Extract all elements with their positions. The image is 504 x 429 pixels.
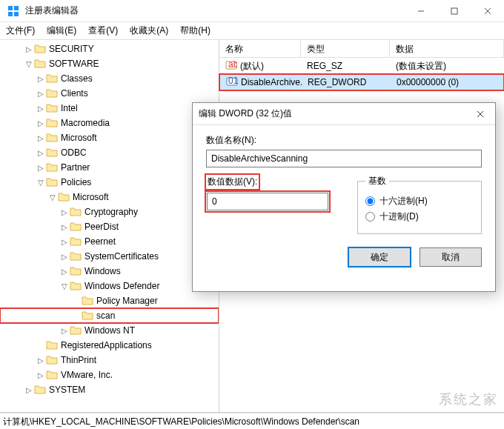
chevron-right-icon[interactable]: ▷ <box>59 266 70 276</box>
tree-item-label: Clients <box>61 88 88 99</box>
statusbar-path: 计算机\HKEY_LOCAL_MACHINE\SOFTWARE\Policies… <box>3 416 359 427</box>
close-button[interactable] <box>471 0 504 22</box>
tree-item-label: PeerDist <box>84 222 119 232</box>
folder-icon <box>46 370 58 380</box>
svg-rect-5 <box>451 8 457 14</box>
chevron-down-icon[interactable]: ▽ <box>36 177 46 187</box>
chevron-right-icon[interactable]: ▷ <box>36 88 46 99</box>
tree-item[interactable]: ▷ThinPrint <box>0 353 219 368</box>
menu-edit[interactable]: 编辑(E) <box>47 24 76 37</box>
chevron-right-icon[interactable]: ▷ <box>36 355 46 365</box>
radio-dec[interactable]: 十进制(D) <box>365 210 474 223</box>
radio-hex-input[interactable] <box>365 196 375 206</box>
tree-item-label: Peernet <box>84 236 116 247</box>
tree-item[interactable]: ▷Cryptography <box>0 204 219 219</box>
tree-item[interactable]: ▷Clients <box>0 86 219 101</box>
chevron-right-icon[interactable]: ▷ <box>24 44 34 54</box>
menubar: 文件(F) 编辑(E) 查看(V) 收藏夹(A) 帮助(H) <box>0 22 504 40</box>
tree-pane[interactable]: ▷SECURITY▽SOFTWARE▷Classes▷Clients▷Intel… <box>0 40 219 412</box>
tree-item[interactable]: ▷Partner <box>0 160 219 175</box>
tree-item[interactable]: ▷Windows <box>0 264 219 279</box>
radio-hex[interactable]: 十六进制(H) <box>365 195 474 207</box>
radio-dec-input[interactable] <box>365 212 375 222</box>
folder-icon <box>46 340 58 350</box>
twisty-empty <box>71 310 82 321</box>
dialog-titlebar: 编辑 DWORD (32 位)值 <box>193 103 495 125</box>
column-data[interactable]: 数据 <box>390 40 504 57</box>
tree-item[interactable]: ▷VMware, Inc. <box>0 368 219 382</box>
cell-name: (默认) <box>240 60 264 73</box>
tree-item[interactable]: ▷Microsoft <box>0 130 219 145</box>
tree-item[interactable]: ▷SystemCertificates <box>0 249 219 264</box>
tree-item[interactable]: ▽Windows Defender <box>0 279 219 293</box>
list-row[interactable]: ab(默认)REG_SZ(数值未设置) <box>219 58 504 74</box>
folder-icon <box>46 118 58 128</box>
tree-item-label: Windows NT <box>84 325 135 336</box>
menu-favorites[interactable]: 收藏夹(A) <box>130 24 168 37</box>
chevron-right-icon[interactable]: ▷ <box>24 385 34 395</box>
column-type[interactable]: 类型 <box>301 40 390 57</box>
tree-item[interactable]: ▽Policies <box>0 175 219 190</box>
tree-item[interactable]: ▷ODBC <box>0 145 219 160</box>
tree-item[interactable]: scan <box>0 308 219 323</box>
tree-item[interactable]: ▷PeerDist <box>0 219 219 234</box>
tree-item-label: Windows Defender <box>84 281 159 291</box>
tree-item[interactable]: ▷Intel <box>0 101 219 116</box>
tree-item-label: Policy Manager <box>96 296 158 306</box>
folder-icon <box>70 325 82 336</box>
value-data-input[interactable] <box>207 193 328 210</box>
chevron-right-icon[interactable]: ▷ <box>36 118 46 128</box>
chevron-right-icon[interactable]: ▷ <box>59 325 70 336</box>
chevron-right-icon[interactable]: ▷ <box>36 147 46 158</box>
folder-icon <box>46 162 58 173</box>
cell-data: 0x00000000 (0) <box>391 77 503 87</box>
tree-item-label: SECURITY <box>49 44 94 54</box>
tree-item-label: Policies <box>61 177 91 187</box>
chevron-right-icon[interactable]: ▷ <box>36 162 46 173</box>
ok-button[interactable]: 确定 <box>348 247 411 267</box>
chevron-right-icon[interactable]: ▷ <box>36 370 46 380</box>
base-legend: 基数 <box>365 175 389 187</box>
chevron-right-icon[interactable]: ▷ <box>59 207 70 217</box>
chevron-right-icon[interactable]: ▷ <box>36 103 46 113</box>
dialog-close-button[interactable] <box>471 105 489 123</box>
chevron-right-icon[interactable]: ▷ <box>36 73 46 84</box>
chevron-down-icon[interactable]: ▽ <box>47 192 58 202</box>
chevron-right-icon[interactable]: ▷ <box>59 251 70 262</box>
cancel-button[interactable]: 取消 <box>420 247 482 267</box>
folder-icon <box>70 236 82 247</box>
tree-item[interactable]: ▷Macromedia <box>0 116 219 130</box>
tree-item-label: SystemCertificates <box>84 251 159 262</box>
menu-view[interactable]: 查看(V) <box>88 24 118 37</box>
chevron-down-icon[interactable]: ▽ <box>59 281 70 291</box>
tree-item[interactable]: Policy Manager <box>0 293 219 308</box>
maximize-button[interactable] <box>437 0 471 22</box>
list-row[interactable]: 011DisableArchive...REG_DWORD0x00000000 … <box>219 74 504 90</box>
tree-item[interactable]: ▽Microsoft <box>0 190 219 204</box>
chevron-right-icon[interactable]: ▷ <box>59 222 70 232</box>
tree-item[interactable]: ▷SECURITY <box>0 41 219 56</box>
chevron-right-icon[interactable]: ▷ <box>59 236 70 247</box>
folder-icon <box>46 133 58 143</box>
edit-dword-dialog: 编辑 DWORD (32 位)值 数值名称(N): 数值数据(V): 基数 十六… <box>192 102 496 292</box>
chevron-right-icon[interactable]: ▷ <box>36 133 46 143</box>
tree-item[interactable]: ▽SOFTWARE <box>0 56 219 71</box>
tree-item[interactable]: ▷Classes <box>0 71 219 86</box>
menu-file[interactable]: 文件(F) <box>6 24 35 37</box>
tree-item[interactable]: ▷Peernet <box>0 234 219 249</box>
folder-icon <box>70 222 82 232</box>
tree-item[interactable]: ▷Windows NT <box>0 323 219 338</box>
column-name[interactable]: 名称 <box>219 40 301 57</box>
tree-item[interactable]: RegisteredApplications <box>0 338 219 353</box>
tree-item-label: Classes <box>61 73 93 84</box>
folder-icon <box>82 310 93 321</box>
svg-rect-2 <box>8 12 13 16</box>
tree-item[interactable]: ▷SYSTEM <box>0 382 219 397</box>
svg-rect-1 <box>14 6 19 10</box>
twisty-empty <box>71 296 82 306</box>
minimize-button[interactable] <box>404 0 437 22</box>
tree-item-label: Macromedia <box>61 118 110 128</box>
menu-help[interactable]: 帮助(H) <box>180 24 210 37</box>
chevron-down-icon[interactable]: ▽ <box>24 59 34 69</box>
radio-hex-label: 十六进制(H) <box>379 195 428 207</box>
